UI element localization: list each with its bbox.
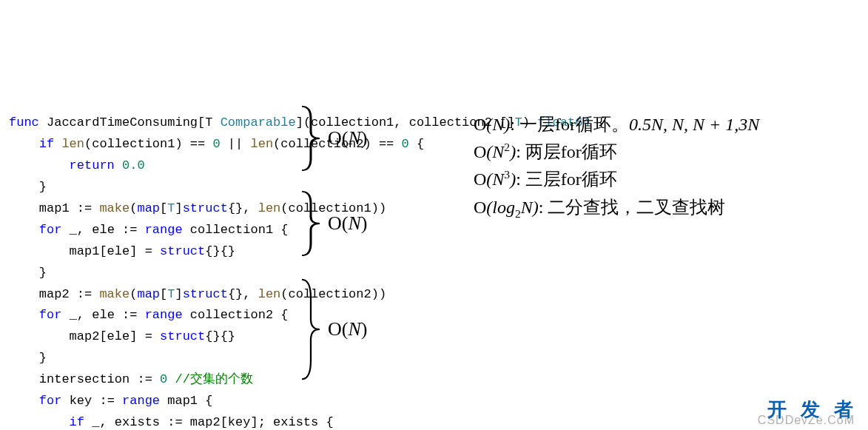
big-o-label: O(N): [328, 313, 367, 346]
fn-name: JaccardTimeConsuming[T: [39, 115, 221, 130]
watermark-main: 开 发 者: [767, 393, 858, 426]
kw-func: func: [9, 115, 39, 130]
brace-annotation-3: O(N): [300, 278, 367, 381]
curly-brace-icon: [300, 278, 322, 381]
note-row-1: O(N): 一层for循环。0.5N, N, N + 1,3N: [474, 111, 759, 138]
note-row-4: O(log2N): 二分查找，二叉查找树: [474, 194, 759, 223]
note-row-2: O(N2): 两层for循环: [474, 138, 759, 166]
big-o-label: O(N): [328, 207, 367, 240]
comment: //交集的个数: [175, 372, 252, 386]
type-comparable: Comparable: [221, 115, 296, 130]
note-row-3: O(N3): 三层for循环: [474, 166, 759, 193]
brace-annotation-1: O(N): [300, 105, 367, 172]
brace-annotation-2: O(N): [300, 190, 367, 257]
curly-brace-icon: [300, 190, 322, 257]
curly-brace-icon: [300, 105, 322, 172]
complexity-notes: O(N): 一层for循环。0.5N, N, N + 1,3N O(N2): 两…: [474, 111, 759, 223]
big-o-label: O(N): [328, 122, 367, 155]
